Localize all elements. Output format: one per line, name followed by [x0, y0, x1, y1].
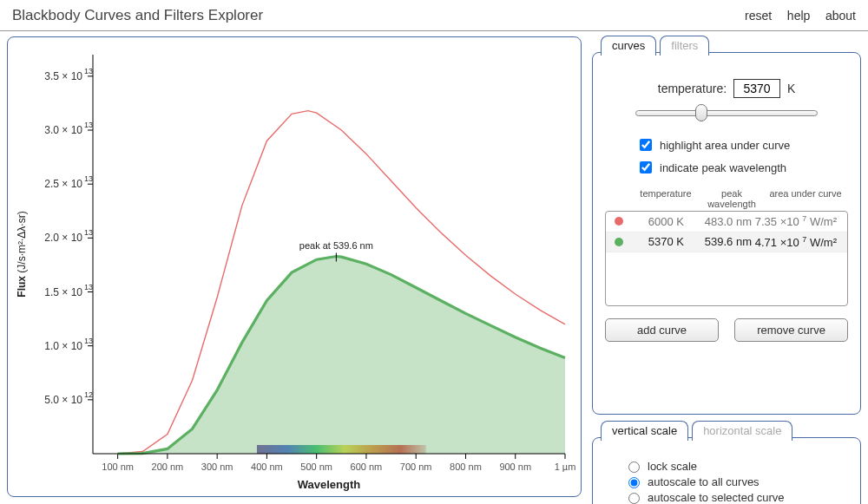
svg-text:Wavelength: Wavelength: [298, 478, 361, 491]
tab-curves[interactable]: curves: [601, 36, 656, 56]
svg-text:Flux  (J/s·m²·Δλ·sr): Flux (J/s·m²·Δλ·sr): [16, 211, 28, 297]
reset-link[interactable]: reset: [745, 9, 772, 23]
col-area: area under curve: [763, 188, 848, 209]
about-link[interactable]: about: [825, 9, 856, 23]
app-header: Blackbody Curves and Filters Explorer re…: [0, 0, 868, 31]
curve-list: 6000 K483.0 nm7.35 ×10 7 W/m²5370 K539.6…: [605, 211, 848, 306]
temperature-slider[interactable]: [635, 105, 818, 121]
highlight-checkbox-row[interactable]: highlight area under curve: [636, 136, 848, 154]
row-temp: 6000 K: [630, 215, 684, 228]
svg-text:800 nm: 800 nm: [450, 461, 482, 472]
tab-filters[interactable]: filters: [660, 36, 709, 56]
svg-text:13: 13: [84, 174, 93, 183]
temperature-row: temperature: K: [605, 79, 848, 98]
svg-text:600 nm: 600 nm: [351, 461, 383, 472]
svg-text:400 nm: 400 nm: [251, 461, 283, 472]
svg-text:3.0 × 10: 3.0 × 10: [44, 124, 82, 136]
svg-text:1.5 × 10: 1.5 × 10: [44, 286, 82, 298]
row-area: 4.71 ×10 7 W/m²: [752, 235, 842, 249]
svg-text:100 nm: 100 nm: [102, 461, 134, 472]
scale-panel-wrap: vertical scale horizontal scale lock sca…: [592, 422, 861, 504]
radio-autoscale-all[interactable]: autoscale to all curves: [624, 475, 848, 488]
indicate-label: indicate peak wavelength: [660, 161, 786, 174]
highlight-label: highlight area under curve: [660, 139, 790, 152]
curves-panel-wrap: curves filters temperature: K hig: [592, 36, 861, 415]
help-link[interactable]: help: [787, 9, 810, 23]
svg-text:1.0 × 10: 1.0 × 10: [44, 340, 82, 352]
radio-all-label: autoscale to all curves: [648, 475, 760, 488]
tab-vertical-scale[interactable]: vertical scale: [601, 421, 688, 441]
svg-text:13: 13: [84, 67, 93, 75]
radio-lock-input[interactable]: [628, 461, 640, 473]
svg-text:13: 13: [84, 283, 93, 291]
indicate-checkbox-row[interactable]: indicate peak wavelength: [636, 159, 848, 176]
row-temp: 5370 K: [630, 235, 684, 248]
row-peak: 539.6 nm: [684, 235, 752, 248]
svg-text:200 nm: 200 nm: [152, 461, 184, 472]
remove-curve-button[interactable]: remove curve: [734, 318, 848, 342]
slider-thumb[interactable]: [695, 104, 707, 121]
tab-horizontal-scale[interactable]: horizontal scale: [692, 421, 792, 441]
svg-text:500 nm: 500 nm: [300, 461, 332, 472]
svg-text:300 nm: 300 nm: [201, 461, 233, 472]
svg-text:1 µm: 1 µm: [555, 461, 576, 472]
radio-lock-label: lock scale: [648, 460, 697, 473]
temperature-unit: K: [787, 82, 795, 95]
radio-sel-input[interactable]: [628, 493, 640, 504]
temperature-label: temperature:: [658, 82, 727, 95]
chart-panel: 5.0 × 10121.0 × 10131.5 × 10132.0 × 1013…: [0, 31, 589, 504]
col-temperature: temperature: [631, 188, 700, 209]
svg-text:2.5 × 10: 2.5 × 10: [44, 178, 82, 190]
svg-text:3.5 × 10: 3.5 × 10: [44, 70, 82, 82]
svg-text:13: 13: [84, 121, 93, 129]
slider-track: [635, 110, 818, 116]
curve-list-header: temperature peakwavelength area under cu…: [605, 188, 848, 209]
highlight-checkbox[interactable]: [640, 139, 652, 151]
curve-color-dot: [615, 238, 623, 246]
app-title: Blackbody Curves and Filters Explorer: [12, 7, 263, 24]
radio-autoscale-selected[interactable]: autoscale to selected curve: [624, 490, 848, 504]
header-links: reset help about: [733, 9, 856, 23]
radio-sel-label: autoscale to selected curve: [648, 491, 785, 504]
curve-row[interactable]: 6000 K483.0 nm7.35 ×10 7 W/m²: [606, 212, 847, 232]
svg-text:700 nm: 700 nm: [400, 461, 432, 472]
col-peak: peakwavelength: [700, 188, 763, 209]
svg-text:2.0 × 10: 2.0 × 10: [44, 232, 82, 244]
curve-row[interactable]: 5370 K539.6 nm4.71 ×10 7 W/m²: [606, 232, 847, 252]
svg-text:peak at 539.6 nm: peak at 539.6 nm: [299, 240, 373, 251]
blackbody-chart[interactable]: 5.0 × 10121.0 × 10131.5 × 10132.0 × 1013…: [7, 36, 582, 497]
radio-all-input[interactable]: [628, 477, 640, 488]
temperature-input[interactable]: [733, 79, 780, 98]
indicate-checkbox[interactable]: [640, 161, 652, 173]
svg-text:13: 13: [84, 337, 93, 345]
row-area: 7.35 ×10 7 W/m²: [752, 214, 842, 228]
svg-text:13: 13: [84, 228, 93, 237]
add-curve-button[interactable]: add curve: [605, 318, 719, 342]
svg-text:900 nm: 900 nm: [499, 461, 531, 472]
curve-color-dot: [615, 217, 623, 226]
svg-text:12: 12: [84, 390, 93, 399]
radio-lock-scale[interactable]: lock scale: [624, 459, 848, 473]
row-peak: 483.0 nm: [684, 215, 752, 228]
svg-text:5.0 × 10: 5.0 × 10: [44, 394, 82, 406]
